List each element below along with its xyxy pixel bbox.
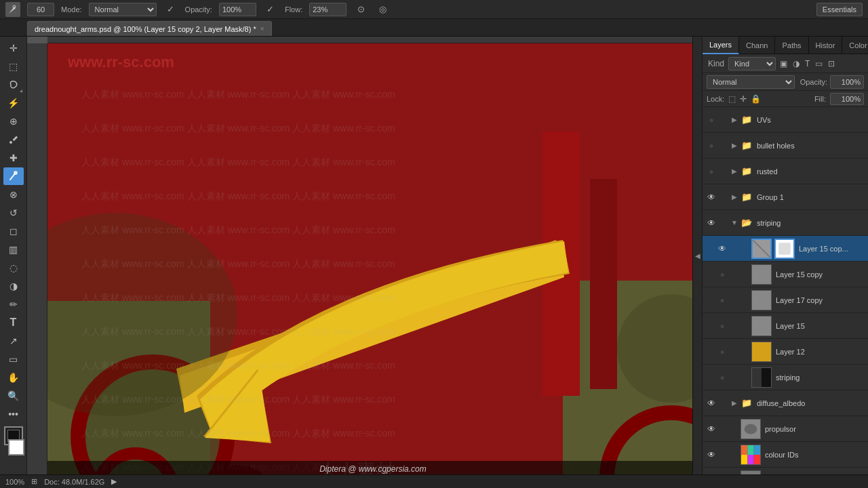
gradient-tool[interactable]: ▥: [3, 241, 24, 258]
layer-item-layer15copy2[interactable]: 👁 Layer 15 cop...: [703, 236, 868, 262]
layer-item-striping-layer[interactable]: ● striping: [703, 365, 868, 390]
layer-chain-layer15copy: [730, 268, 739, 281]
pen-tool[interactable]: ✏: [3, 296, 24, 313]
svg-rect-42: [752, 317, 771, 336]
layer-expand-uvs[interactable]: ▶: [730, 114, 739, 126]
layer-item-ambient-occlusion[interactable]: ● ambient occlusion: [703, 468, 868, 474]
airbrush-icon[interactable]: ◎: [375, 2, 390, 17]
svg-rect-45: [752, 368, 762, 387]
svg-text:www.rr-sc.com: www.rr-sc.com: [67, 54, 174, 70]
essentials-button[interactable]: Essentials: [816, 3, 863, 16]
text-tool[interactable]: T: [3, 314, 24, 331]
opacity-value[interactable]: 100%: [219, 3, 256, 16]
layer-eye-striping-layer[interactable]: ●: [716, 371, 728, 384]
panel-collapse-button[interactable]: ◀: [692, 37, 702, 474]
mode-check-icon[interactable]: ✓: [163, 2, 178, 17]
brush-tool[interactable]: [3, 167, 24, 185]
lock-pixels-icon[interactable]: ⬚: [728, 94, 736, 104]
mode-select[interactable]: Normal: [89, 3, 157, 16]
layer-expand-group1[interactable]: ▶: [730, 191, 739, 203]
kind-select[interactable]: Kind: [728, 57, 776, 70]
layer-eye-bullet[interactable]: ●: [705, 140, 717, 152]
lock-move-icon[interactable]: ✛: [740, 94, 747, 104]
lasso-tool[interactable]: [3, 76, 24, 94]
svg-rect-49: [747, 445, 753, 455]
adjust-icon[interactable]: ◑: [791, 59, 801, 68]
layer-folder-diffuse: 📁: [741, 397, 753, 409]
layer-item-layer12[interactable]: ● Layer 12: [703, 339, 868, 365]
layer-item-layer15copy[interactable]: ● Layer 15 copy: [703, 262, 868, 287]
layer-item-layer17copy[interactable]: ● Layer 17 copy: [703, 287, 868, 313]
crop-tool[interactable]: ⊕: [3, 113, 24, 130]
layer-eye-diffuse[interactable]: 👁: [705, 397, 717, 409]
layer-eye-rusted[interactable]: ●: [705, 165, 717, 178]
opacity-value[interactable]: 100%: [830, 75, 864, 89]
main-tab[interactable]: dreadnought_arms.psd @ 100% (Layer 15 co…: [27, 21, 272, 36]
doc-size: Doc: 48.0M/1.62G: [44, 478, 104, 486]
layer-eye-layer15copy2[interactable]: 👁: [716, 243, 728, 255]
layer-expand-diffuse[interactable]: ▶: [730, 397, 739, 409]
move-tool[interactable]: ✛: [3, 39, 24, 57]
background-color-swatch[interactable]: [8, 439, 24, 455]
layer-name-layer17copy: Layer 17 copy: [773, 296, 865, 304]
zoom-tool[interactable]: 🔍: [3, 387, 24, 405]
layer-eye-striping-group[interactable]: 👁: [705, 217, 717, 229]
status-icon[interactable]: ⊞: [31, 477, 37, 486]
layer-item-colour-ids[interactable]: 👁 colour IDs: [703, 442, 868, 468]
layer-eye-layer15copy[interactable]: ●: [716, 268, 728, 281]
tab-paths[interactable]: Paths: [775, 37, 808, 54]
flow-value[interactable]: 23%: [309, 3, 347, 16]
fill-value[interactable]: 100%: [830, 93, 864, 105]
artwork-canvas[interactable]: 人人素材 www.rr-sc.com 人人素材 www.rr-sc.com 人人…: [47, 43, 692, 474]
tab-history[interactable]: Histor: [809, 37, 843, 54]
brush-size-box[interactable]: 60: [27, 3, 54, 16]
magic-wand-tool[interactable]: ⚡: [3, 94, 24, 112]
layer-expand-rusted[interactable]: ▶: [730, 165, 739, 178]
layer-eye-colour-ids[interactable]: 👁: [705, 449, 717, 461]
tab-channels[interactable]: Chann: [739, 37, 775, 54]
pixel-icon[interactable]: ▣: [778, 59, 789, 68]
tab-color[interactable]: Color: [842, 37, 868, 54]
layer-item-group1[interactable]: 👁 ▶ 📁 Group 1: [703, 184, 868, 210]
eyedropper-tool[interactable]: [3, 131, 24, 148]
marquee-tool[interactable]: ⬚: [3, 58, 24, 75]
path-selection-tool[interactable]: ↗: [3, 332, 24, 350]
stamp-tool[interactable]: ⊗: [3, 186, 24, 203]
smart-icon[interactable]: ⊡: [827, 59, 836, 68]
type-icon[interactable]: T: [804, 59, 811, 68]
layer-eye-ambient[interactable]: ●: [705, 474, 717, 475]
layer-expand-bullet[interactable]: ▶: [730, 140, 739, 152]
layer-eye-propulsor[interactable]: 👁: [705, 423, 717, 435]
flow-icon[interactable]: ⊙: [353, 2, 368, 17]
tab-close-icon[interactable]: ×: [260, 25, 264, 33]
history-brush-tool[interactable]: ↺: [3, 204, 24, 222]
layer-item-layer15[interactable]: ● Layer 15: [703, 313, 868, 339]
lock-all-icon[interactable]: 🔒: [751, 94, 761, 104]
opacity-check-icon[interactable]: ✓: [263, 2, 278, 17]
more-tools[interactable]: •••: [3, 405, 24, 423]
hand-tool[interactable]: ✋: [3, 369, 24, 386]
svg-text:人人素材 www.rr-sc.com 人人素材 www.rr: 人人素材 www.rr-sc.com 人人素材 www.rr-sc.com 人人…: [81, 360, 395, 371]
layer-item-bullet-holes[interactable]: ● ▶ 📁 bullet holes: [703, 133, 868, 159]
layer-folder-group1: 📁: [741, 191, 753, 203]
tab-layers[interactable]: Layers: [703, 37, 739, 54]
shape-icon[interactable]: ▭: [814, 59, 824, 68]
layer-eye-layer17copy[interactable]: ●: [716, 294, 728, 306]
layer-chain-diffuse: [719, 397, 728, 409]
layer-eye-layer15[interactable]: ●: [716, 320, 728, 332]
layer-item-propulsor[interactable]: 👁 propulsor: [703, 416, 868, 442]
eraser-tool[interactable]: ◻: [3, 222, 24, 240]
shape-tool[interactable]: ▭: [3, 350, 24, 368]
blur-tool[interactable]: ◌: [3, 259, 24, 277]
healing-tool[interactable]: ✚: [3, 149, 24, 167]
layer-item-diffuse-albedo[interactable]: 👁 ▶ 📁 diffuse_albedo: [703, 390, 868, 416]
layer-item-uvs[interactable]: ● ▶ 📁 UVs: [703, 107, 868, 133]
blend-mode-select[interactable]: Normal: [707, 75, 795, 89]
layer-eye-uvs[interactable]: ●: [705, 114, 717, 126]
dodge-tool[interactable]: ◑: [3, 277, 24, 295]
layer-expand-striping-group[interactable]: ▼: [730, 217, 739, 229]
layer-eye-group1[interactable]: 👁: [705, 191, 717, 203]
layer-item-striping-group[interactable]: 👁 ▼ 📂 striping: [703, 210, 868, 236]
layer-item-rusted[interactable]: ● ▶ 📁 rusted: [703, 159, 868, 184]
layer-eye-layer12[interactable]: ●: [716, 346, 728, 358]
